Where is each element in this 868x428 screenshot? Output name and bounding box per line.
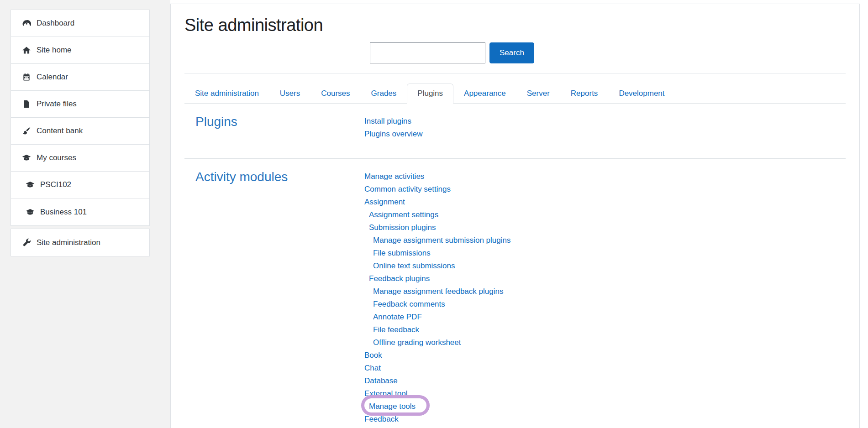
sidebar-item-private-files[interactable]: Private files (11, 91, 149, 118)
sidebar-item-label: Site home (37, 46, 72, 55)
admin-link-manage-activities[interactable]: Manage activities (364, 170, 424, 183)
sidebar-item-label: Business 101 (40, 208, 87, 217)
sidebar-item-label: Dashboard (37, 19, 74, 28)
nav-drawer: Dashboard Site home Calendar Private fil… (0, 0, 170, 428)
graduation-cap-icon (26, 180, 35, 189)
page-title: Site administration (184, 14, 846, 36)
admin-link-feedback-plugins[interactable]: Feedback plugins (369, 272, 430, 285)
admin-search-form: Search (370, 42, 846, 63)
sidebar-item-calendar[interactable]: Calendar (11, 64, 149, 91)
sidebar-item-label: Site administration (37, 238, 100, 247)
admin-link-file-feedback[interactable]: File feedback (373, 324, 419, 336)
sidebar-admin-list: Site administration (11, 229, 150, 256)
tab-appearance[interactable]: Appearance (453, 84, 516, 104)
admin-link-assignment[interactable]: Assignment (364, 196, 405, 209)
sidebar-item-my-courses[interactable]: My courses (11, 145, 149, 172)
admin-link-chat[interactable]: Chat (364, 362, 381, 375)
admin-link-install-plugins[interactable]: Install plugins (364, 115, 411, 128)
sidebar-main-list: Dashboard Site home Calendar Private fil… (11, 10, 150, 226)
sidebar-item-label: Private files (37, 99, 77, 109)
admin-section: Plugins Install pluginsPlugins overview (184, 104, 846, 158)
tab-site-administration[interactable]: Site administration (184, 84, 269, 104)
tab-grades[interactable]: Grades (361, 84, 407, 104)
sidebar-item-site-administration[interactable]: Site administration (11, 229, 149, 256)
admin-link-manage-assignment-feedback-plugins[interactable]: Manage assignment feedback plugins (373, 285, 503, 298)
admin-link-manage-assignment-submission-plugins[interactable]: Manage assignment submission plugins (373, 234, 510, 247)
tab-courses[interactable]: Courses (310, 84, 360, 104)
admin-link-plugins-overview[interactable]: Plugins overview (364, 128, 423, 141)
graduation-cap-icon (26, 208, 35, 217)
tab-development[interactable]: Development (608, 84, 675, 104)
sidebar-item-label: Content bank (37, 126, 83, 136)
tab-users[interactable]: Users (269, 84, 310, 104)
file-icon (22, 99, 31, 109)
sidebar-item-psci102[interactable]: PSCI102 (11, 172, 149, 198)
admin-link-common-activity-settings[interactable]: Common activity settings (364, 183, 451, 196)
section-heading: Activity modules (195, 169, 364, 428)
section-links: Install pluginsPlugins overview (364, 114, 846, 141)
tab-server[interactable]: Server (516, 84, 560, 104)
section-links: Manage activitiesCommon activity setting… (364, 169, 846, 428)
paintbrush-icon (22, 126, 31, 136)
admin-tab-bar: Site administrationUsersCoursesGradesPlu… (184, 84, 846, 104)
tab-plugins[interactable]: Plugins (407, 84, 453, 104)
admin-link-assignment-settings[interactable]: Assignment settings (369, 209, 438, 221)
graduation-cap-icon (22, 153, 31, 162)
admin-sections: Plugins Install pluginsPlugins overview … (184, 104, 846, 428)
sidebar-item-business-101[interactable]: Business 101 (11, 198, 149, 225)
admin-link-book[interactable]: Book (364, 349, 382, 362)
admin-section: Activity modules Manage activitiesCommon… (184, 158, 846, 428)
home-icon (22, 46, 31, 55)
admin-link-submission-plugins[interactable]: Submission plugins (369, 221, 436, 234)
sidebar-item-label: Calendar (37, 73, 68, 82)
sidebar-item-content-bank[interactable]: Content bank (11, 118, 149, 145)
admin-link-file[interactable]: File (364, 426, 377, 428)
admin-link-online-text-submissions[interactable]: Online text submissions (373, 260, 455, 272)
section-heading: Plugins (195, 114, 364, 141)
main-content-card: Site administration Search Site administ… (170, 4, 860, 428)
admin-link-database[interactable]: Database (364, 375, 398, 387)
wrench-icon (22, 238, 31, 247)
admin-link-external-tool[interactable]: External tool (364, 387, 408, 400)
header-divider (184, 73, 846, 73)
search-button[interactable]: Search (489, 42, 534, 63)
sidebar-item-dashboard[interactable]: Dashboard (11, 10, 149, 37)
sidebar-item-label: My courses (37, 153, 76, 162)
sidebar-item-site-home[interactable]: Site home (11, 37, 149, 64)
calendar-icon (22, 73, 31, 82)
admin-link-file-submissions[interactable]: File submissions (373, 247, 431, 260)
admin-link-offline-grading-worksheet[interactable]: Offline grading worksheet (373, 336, 461, 349)
sidebar-item-label: PSCI102 (40, 180, 71, 189)
admin-link-feedback[interactable]: Feedback (364, 413, 399, 426)
admin-link-feedback-comments[interactable]: Feedback comments (373, 298, 445, 311)
search-input[interactable] (370, 42, 485, 63)
tab-reports[interactable]: Reports (560, 84, 609, 104)
dashboard-icon (22, 19, 31, 28)
admin-link-annotate-pdf[interactable]: Annotate PDF (373, 311, 422, 324)
admin-link-manage-tools[interactable]: Manage tools (369, 400, 416, 413)
